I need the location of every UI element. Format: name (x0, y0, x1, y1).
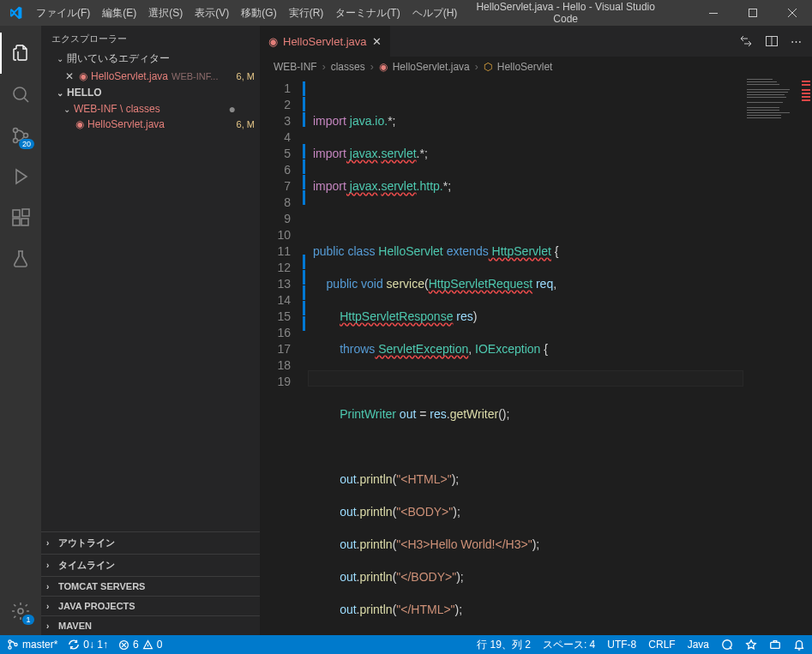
menubar: ファイル(F) 編集(E) 選択(S) 表示(V) 移動(G) 実行(R) ター… (30, 6, 463, 21)
svg-point-13 (9, 646, 11, 649)
breadcrumb[interactable]: WEB-INF› classes› ◉HelloServlet.java› ⬡H… (260, 57, 812, 77)
extension-icon[interactable] (769, 639, 781, 651)
java-projects-section[interactable]: ›JAVA PROJECTS (41, 596, 260, 615)
editor: ◉ HelloServlet.java ✕ ⋯ WEB-INF› classes… (260, 26, 812, 635)
feedback-icon[interactable] (721, 639, 733, 651)
vscode-logo-icon (0, 6, 30, 20)
eol[interactable]: CRLF (648, 639, 675, 651)
sidebar: エクスプローラー ⌄開いているエディター ✕ ◉ HelloServlet.ja… (41, 26, 260, 635)
titlebar: ファイル(F) 編集(E) 選択(S) 表示(V) 移動(G) 実行(R) ター… (0, 0, 812, 26)
debug-icon[interactable] (0, 156, 41, 197)
problems-status[interactable]: 6 0 (118, 639, 162, 651)
svg-rect-16 (771, 642, 780, 648)
outline-section[interactable]: ›アウトライン (41, 531, 260, 554)
svg-rect-8 (21, 219, 28, 225)
split-icon[interactable] (765, 34, 779, 48)
tab-bar: ◉ HelloServlet.java ✕ ⋯ (260, 26, 812, 57)
section-label: 開いているエディター (67, 51, 170, 66)
file-path: WEB-INF... (171, 71, 218, 81)
section-label: アウトライン (58, 537, 115, 549)
close-button[interactable] (773, 0, 812, 26)
activity-bar: 20 1 (0, 26, 41, 635)
sync-status[interactable]: 0↓ 1↑ (68, 639, 108, 651)
bell-icon[interactable] (793, 639, 805, 651)
status-bar: master* 0↓ 1↑ 6 0 行 19、列 2 スペース: 4 UTF-8… (0, 635, 812, 654)
menu-file[interactable]: ファイル(F) (30, 6, 96, 21)
settings-badge: 1 (22, 615, 34, 625)
sidebar-title: エクスプローラー (41, 26, 260, 49)
svg-rect-9 (22, 209, 29, 216)
crumb[interactable]: classes (331, 61, 365, 73)
branch-status[interactable]: master* (7, 639, 57, 651)
test-icon[interactable] (0, 238, 41, 279)
scm-badge: 20 (19, 139, 34, 149)
search-icon[interactable] (0, 74, 41, 115)
section-label: TOMCAT SERVERS (58, 581, 145, 591)
open-editors-section[interactable]: ⌄開いているエディター (41, 49, 260, 69)
file-item[interactable]: ◉ HelloServlet.java 6, M (41, 117, 260, 132)
file-name: HelloServlet.java (87, 118, 165, 130)
menu-help[interactable]: ヘルプ(H) (406, 6, 464, 21)
svg-point-2 (14, 87, 26, 99)
tab-helloservlet[interactable]: ◉ HelloServlet.java ✕ (260, 26, 391, 57)
svg-point-3 (14, 129, 18, 133)
tomcat-section[interactable]: ›TOMCAT SERVERS (41, 576, 260, 596)
java-status-icon[interactable] (745, 639, 757, 651)
svg-point-10 (18, 609, 23, 614)
section-label: MAVEN (58, 621, 92, 631)
menu-selection[interactable]: 選択(S) (142, 6, 189, 21)
minimize-button[interactable] (694, 0, 733, 26)
section-label: JAVA PROJECTS (58, 601, 135, 611)
modified-dot-icon: ● (229, 102, 236, 116)
error-icon: ◉ (79, 70, 87, 82)
explorer-icon[interactable] (0, 33, 41, 74)
class-icon: ⬡ (484, 61, 492, 73)
svg-point-5 (24, 134, 28, 138)
folder-item[interactable]: ⌄ WEB-INF \ classes ● (41, 101, 260, 117)
more-icon[interactable]: ⋯ (791, 35, 802, 48)
crumb[interactable]: HelloServlet (497, 61, 553, 73)
settings-icon[interactable]: 1 (0, 591, 41, 632)
extensions-icon[interactable] (0, 197, 41, 238)
project-section[interactable]: ⌄HELLO (41, 84, 260, 101)
file-name: HelloServlet.java (91, 70, 168, 82)
open-editor-item[interactable]: ✕ ◉ HelloServlet.java WEB-INF... 6, M (41, 69, 260, 84)
window-title: HelloServlet.java - Hello - Visual Studi… (463, 1, 694, 25)
menu-run[interactable]: 実行(R) (283, 6, 330, 21)
line-gutter: 12345678910111213141516171819 (260, 77, 303, 635)
menu-view[interactable]: 表示(V) (189, 6, 235, 21)
menu-edit[interactable]: 編集(E) (96, 6, 142, 21)
maximize-button[interactable] (733, 0, 773, 26)
menu-go[interactable]: 移動(G) (235, 6, 282, 21)
tab-label: HelloServlet.java (283, 35, 367, 48)
compare-icon[interactable] (739, 34, 753, 48)
code-area[interactable]: 12345678910111213141516171819 import jav… (260, 77, 812, 635)
svg-rect-1 (749, 9, 757, 17)
chevron-down-icon: ⌄ (63, 105, 70, 114)
svg-point-14 (15, 643, 17, 645)
error-icon: ◉ (268, 35, 278, 48)
maven-section[interactable]: ›MAVEN (41, 615, 260, 635)
svg-point-4 (14, 139, 18, 143)
svg-rect-6 (13, 210, 20, 217)
svg-rect-0 (709, 13, 718, 14)
menu-terminal[interactable]: ターミナル(T) (329, 6, 406, 21)
scm-icon[interactable]: 20 (0, 115, 41, 156)
folder-name: WEB-INF \ classes (74, 103, 160, 115)
minimap[interactable] (743, 77, 812, 591)
svg-point-12 (9, 640, 11, 643)
encoding[interactable]: UTF-8 (607, 639, 636, 651)
java-file-icon: ◉ (379, 61, 388, 73)
crumb[interactable]: WEB-INF (274, 61, 317, 73)
file-badge: 6, M (237, 119, 255, 129)
error-icon: ◉ (75, 118, 84, 130)
section-label: タイムライン (58, 559, 115, 572)
timeline-section[interactable]: ›タイムライン (41, 554, 260, 576)
cursor-position[interactable]: 行 19、列 2 (477, 638, 531, 652)
close-icon[interactable]: ✕ (372, 35, 382, 48)
crumb[interactable]: HelloServlet.java (393, 61, 470, 73)
close-icon[interactable]: ✕ (63, 70, 75, 82)
source-code[interactable]: import java.io.*; import javax.servlet.*… (308, 77, 812, 635)
indentation[interactable]: スペース: 4 (543, 638, 595, 652)
language[interactable]: Java (688, 639, 709, 651)
